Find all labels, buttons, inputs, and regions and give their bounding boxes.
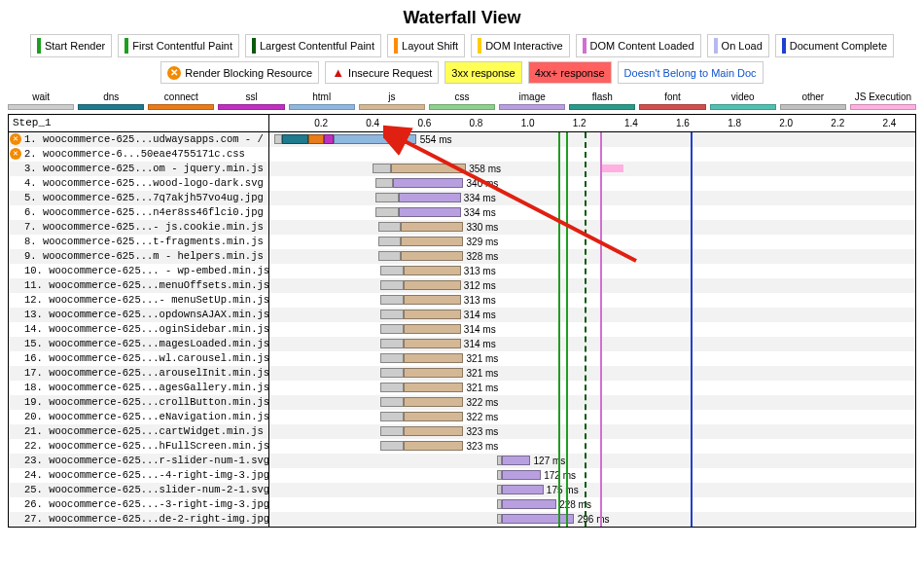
duration-label: 175 ms — [547, 483, 579, 497]
waterfall-row[interactable]: 25. woocommerce-625...slider-num-2-1.svg… — [9, 483, 915, 497]
waterfall-row[interactable]: 2. woocommerce-6...50eae4755171c.css✕ — [9, 147, 915, 162]
timing-bar — [404, 426, 463, 436]
resource-label: 24. woocommerce-625...-4-right-img-3.jpg — [9, 468, 269, 483]
resource-label: 21. woocommerce-625...cartWidget.min.js — [9, 424, 269, 439]
axis-tick: 0.6 — [417, 115, 431, 131]
axis-tick: 0.8 — [470, 115, 483, 131]
duration-label: 321 ms — [467, 366, 499, 381]
waterfall-row[interactable]: 21. woocommerce-625...cartWidget.min.js3… — [9, 424, 915, 439]
type-swatch — [780, 104, 846, 110]
waterfall-row[interactable]: 10. woocommerce-625... - wp-embed.min.js… — [9, 264, 915, 278]
timing-bar — [404, 324, 460, 334]
axis-tick: 2.2 — [831, 115, 844, 131]
render-block-icon: ✕ — [10, 133, 21, 145]
timing-bar — [380, 339, 404, 348]
timing-bar — [404, 310, 460, 319]
js-execution-bar — [600, 164, 623, 172]
waterfall-row[interactable]: 19. woocommerce-625...crollButton.min.js… — [9, 395, 915, 410]
render-block-icon: ✕ — [10, 148, 21, 160]
waterfall-row[interactable]: 18. woocommerce-625...agesGallery.min.js… — [9, 381, 915, 395]
type-swatch — [8, 104, 74, 110]
type-swatch — [639, 104, 705, 110]
waterfall-row[interactable]: 9. woocommerce-625...m - helpers.min.js3… — [9, 249, 915, 264]
resource-label: 10. woocommerce-625... - wp-embed.min.js — [9, 264, 269, 278]
resource-label: 15. woocommerce-625...magesLoaded.min.js — [9, 337, 269, 351]
duration-label: 340 ms — [467, 176, 499, 191]
timing-bar — [404, 353, 463, 363]
resource-label: 23. woocommerce-625...r-slider-num-1.svg — [9, 454, 269, 468]
duration-label: 313 ms — [464, 293, 496, 308]
waterfall-row[interactable]: 7. woocommerce-625...- js.cookie.min.js3… — [9, 220, 915, 235]
waterfall-row[interactable]: 6. woocommerce-625...n4er8ss46flci0.jpg3… — [9, 205, 915, 220]
waterfall-row[interactable]: 15. woocommerce-625...magesLoaded.min.js… — [9, 337, 915, 351]
axis-tick: 1.8 — [728, 115, 741, 131]
legend-item: DOM Content Loaded — [576, 34, 701, 57]
resource-label: 4. woocommerce-625...wood-logo-dark.svg — [9, 176, 269, 191]
waterfall-row[interactable]: 22. woocommerce-625...hFullScreen.min.js… — [9, 439, 915, 454]
timing-bar — [380, 412, 404, 421]
duration-label: 313 ms — [464, 264, 496, 278]
timing-bar — [401, 251, 463, 261]
timing-bar — [404, 441, 463, 451]
timing-bar — [378, 237, 402, 246]
duration-label: 228 ms — [559, 497, 591, 512]
waterfall-row[interactable]: 4. woocommerce-625...wood-logo-dark.svg3… — [9, 176, 915, 191]
waterfall-row[interactable]: 12. woocommerce-625...- menuSetUp.min.js… — [9, 293, 915, 308]
timing-bar — [502, 485, 543, 494]
axis-tick: 0.2 — [314, 115, 328, 131]
duration-label: 321 ms — [467, 351, 499, 366]
waterfall-row[interactable]: 1. woocommerce-625...udwaysapps.com - /✕… — [9, 132, 915, 147]
waterfall-row[interactable]: 24. woocommerce-625...-4-right-img-3.jpg… — [9, 468, 915, 483]
waterfall-row[interactable]: 14. woocommerce-625...oginSidebar.min.js… — [9, 322, 915, 337]
type-swatch — [148, 104, 214, 110]
timing-bar — [401, 222, 463, 232]
waterfall-row[interactable]: 20. woocommerce-625...eNavigation.min.js… — [9, 410, 915, 424]
type-swatch — [289, 104, 355, 110]
timing-bar — [401, 237, 463, 246]
legend-row-1: Start RenderFirst Contentful PaintLarges… — [0, 34, 924, 57]
legend-item: Start Render — [30, 34, 112, 57]
legend-item: First Contentful Paint — [118, 34, 239, 57]
timing-bar — [378, 251, 402, 261]
resource-label: 17. woocommerce-625...arouselInit.min.js — [9, 366, 269, 381]
waterfall-row[interactable]: 17. woocommerce-625...arouselInit.min.js… — [9, 366, 915, 381]
type-legend: waitdnsconnectsslhtmljscssimageflashfont… — [0, 91, 924, 110]
legend-swatch — [478, 38, 481, 54]
waterfall-row[interactable]: 5. woocommerce-625...7q7akjh57vo4ug.jpg3… — [9, 191, 915, 205]
waterfall-chart: Step_1 0.20.40.60.81.01.21.41.61.82.02.2… — [8, 114, 916, 528]
legend-item: Largest Contentful Paint — [245, 34, 381, 57]
type-swatch — [429, 104, 495, 110]
timing-bar — [380, 310, 404, 319]
resource-label: 13. woocommerce-625...opdownsAJAX.min.js — [9, 308, 269, 322]
waterfall-row[interactable]: 27. woocommerce-625...de-2-right-img.jpg… — [9, 512, 915, 527]
timing-bar — [404, 295, 460, 305]
step-label: Step_1 — [9, 115, 269, 131]
resource-label: 18. woocommerce-625...agesGallery.min.js — [9, 381, 269, 395]
waterfall-row[interactable]: 26. woocommerce-625...-3-right-img-3.jpg… — [9, 497, 915, 512]
timing-bar — [404, 383, 463, 392]
duration-label: 328 ms — [467, 249, 499, 264]
timing-bar — [502, 514, 574, 524]
timing-bar — [404, 412, 463, 421]
waterfall-row[interactable]: 16. woocommerce-625...wl.carousel.min.js… — [9, 351, 915, 366]
resource-label: 8. woocommerce-625...t-fragments.min.js — [9, 235, 269, 249]
legend-swatch — [37, 38, 41, 54]
axis-tick: 2.4 — [882, 115, 896, 131]
waterfall-row[interactable]: 23. woocommerce-625...r-slider-num-1.svg… — [9, 454, 915, 468]
timing-bar — [308, 134, 324, 144]
waterfall-row[interactable]: 13. woocommerce-625...opdownsAJAX.min.js… — [9, 308, 915, 322]
timing-bar — [380, 280, 404, 290]
duration-label: 358 ms — [469, 162, 501, 176]
duration-label: 323 ms — [467, 424, 499, 439]
waterfall-row[interactable]: 3. woocommerce-625...om - jquery.min.js3… — [9, 162, 915, 176]
waterfall-row[interactable]: 11. woocommerce-625...menuOffsets.min.js… — [9, 278, 915, 293]
resource-label: 19. woocommerce-625...crollButton.min.js — [9, 395, 269, 410]
resource-label: 5. woocommerce-625...7q7akjh57vo4ug.jpg — [9, 191, 269, 205]
timing-bar — [380, 441, 404, 451]
timing-bar — [380, 266, 404, 275]
type-legend-item: ssl — [218, 91, 284, 110]
timing-bar — [380, 353, 404, 363]
type-legend-item: font — [639, 91, 705, 110]
waterfall-row[interactable]: 8. woocommerce-625...t-fragments.min.js3… — [9, 235, 915, 249]
legend-not-main-doc[interactable]: Doesn't Belong to Main Doc — [618, 61, 764, 84]
